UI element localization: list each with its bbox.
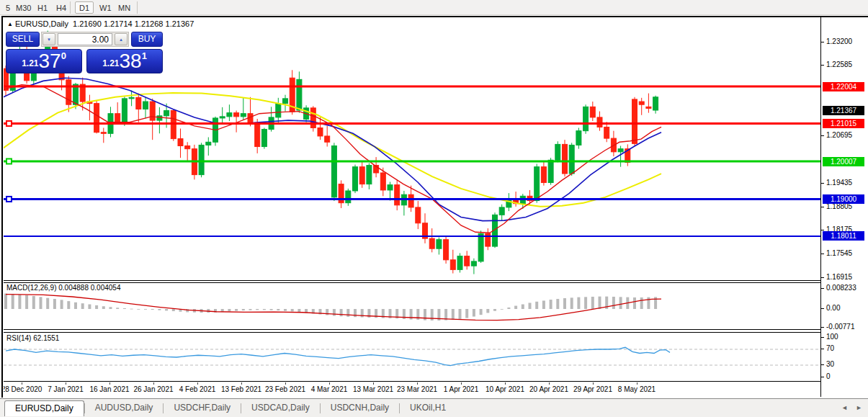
date-tick <box>549 382 550 385</box>
rsi-scale-label: 70 <box>826 344 834 352</box>
rsi-scale-label: 100 <box>826 333 838 341</box>
price-badge: 1.20007 <box>823 157 864 166</box>
axis-tick <box>821 377 824 377</box>
volume-input[interactable] <box>58 33 112 45</box>
rsi-label: RSI(14) 62.1551 <box>6 334 59 342</box>
date-tick <box>373 382 374 385</box>
rsi-scale-label: 30 <box>826 360 834 368</box>
price-tick-label: 1.23200 <box>826 37 852 45</box>
collapse-triangle-icon[interactable]: ▲ <box>7 21 13 27</box>
chart-title: ▲ EURUSD,Daily 1.21690 1.21714 1.21268 1… <box>7 19 194 30</box>
sell-price-sup: 0 <box>61 50 66 61</box>
price-badge: 1.21015 <box>823 119 864 128</box>
sell-price-display[interactable]: 1.21370 <box>6 49 82 73</box>
date-label: 10 Apr 2021 <box>486 385 524 393</box>
price-tick-label: 1.16915 <box>826 273 852 281</box>
mt4-window: 5M30H1H4D1W1MN ▲ EURUSD,Daily 1.21690 1.… <box>0 0 868 417</box>
macd-label: MACD(12,26,9) 0.004888 0.004054 <box>6 284 120 292</box>
date-tick <box>197 382 198 385</box>
date-tick <box>285 382 286 385</box>
date-tick <box>241 382 242 385</box>
one-click-trade-panel: SELL ▼ ▲ BUY 1.21370 1.21381 <box>6 32 163 73</box>
tab-usdcnh[interactable]: USDCNH,Daily <box>321 400 399 416</box>
sell-price-prefix: 1.21 <box>22 58 38 68</box>
date-label: 13 Mar 2021 <box>353 385 393 393</box>
date-label: 16 Jan 2021 <box>89 385 129 393</box>
buy-price-sup: 1 <box>142 50 147 61</box>
price-badge: 1.21367 <box>823 106 864 115</box>
axis-tick <box>821 364 824 365</box>
axis-tick <box>821 288 824 289</box>
axis-tick <box>821 337 824 338</box>
axis-tick <box>821 183 824 184</box>
date-label: 13 Feb 2021 <box>221 385 261 393</box>
buy-button[interactable]: BUY <box>131 32 163 47</box>
axis-tick <box>821 349 824 349</box>
timeframe-button-h1[interactable]: H1 <box>33 1 52 14</box>
tab-audusd[interactable]: AUDUSD,Daily <box>85 400 164 416</box>
tab-scroll-left-icon[interactable]: ◄ <box>841 404 848 411</box>
date-tick <box>329 382 330 385</box>
price-tick-label: 1.17545 <box>826 249 852 257</box>
date-tick <box>22 382 22 385</box>
chart-ohlc-values: 1.21690 1.21714 1.21268 1.21367 <box>73 19 194 28</box>
tab-usdchf[interactable]: USDCHF,Daily <box>164 400 241 416</box>
date-label: 23 Feb 2021 <box>265 385 305 393</box>
timeframe-button-mn[interactable]: MN <box>114 1 135 14</box>
toolbar-separator <box>70 1 71 14</box>
timeframe-button-w1[interactable]: W1 <box>95 1 116 14</box>
price-tick-label: 1.22585 <box>826 60 852 68</box>
date-label: 1 Apr 2021 <box>444 385 478 393</box>
rsi-indicator-pane[interactable] <box>4 332 820 382</box>
axis-tick <box>821 327 824 328</box>
volume-decrease-button[interactable]: ▼ <box>42 33 55 45</box>
chart-symbol-label: EURUSD,Daily <box>15 19 68 28</box>
axis-tick <box>821 254 824 254</box>
date-label: 4 Mar 2021 <box>311 385 348 393</box>
price-tick-label: 1.19435 <box>826 179 852 187</box>
timeframe-button-d1[interactable]: D1 <box>75 1 94 14</box>
chart-tab-bar: EURUSD,DailyAUDUSD,DailyUSDCHF,DailyUSDC… <box>0 398 868 417</box>
date-tick <box>417 382 418 385</box>
volume-spinner: ▼ ▲ <box>41 32 129 47</box>
buy-price-prefix: 1.21 <box>102 58 119 68</box>
timeframe-button-m30[interactable]: M30 <box>12 1 35 14</box>
timeframe-button-h4[interactable]: H4 <box>52 1 71 14</box>
tab-eurusd[interactable]: EURUSD,Daily <box>4 400 84 416</box>
date-tick <box>153 382 154 385</box>
buy-price-display[interactable]: 1.21381 <box>86 49 163 73</box>
axis-tick <box>821 277 824 278</box>
date-tick <box>505 382 506 385</box>
sell-button[interactable]: SELL <box>6 32 40 47</box>
volume-increase-button[interactable]: ▲ <box>115 33 127 45</box>
date-tick <box>637 382 637 385</box>
date-tick <box>461 382 462 385</box>
timeframe-toolbar: 5M30H1H4D1W1MN <box>0 0 868 15</box>
macd-scale-label: -0.00771 <box>826 323 854 331</box>
macd-scale-label: 0.00 <box>826 304 840 312</box>
axis-tick <box>821 308 824 309</box>
date-tick <box>593 382 594 385</box>
toolbar-separator <box>137 1 138 14</box>
tab-ukoil[interactable]: UKOil,H1 <box>400 400 456 416</box>
price-badge: 1.22004 <box>823 82 864 91</box>
date-label: 28 Dec 2020 <box>4 385 42 393</box>
date-label: 7 Jan 2021 <box>48 385 84 393</box>
price-badge: 1.19000 <box>823 194 864 204</box>
axis-tick <box>821 207 824 207</box>
date-label: 23 Mar 2021 <box>397 385 437 393</box>
sell-price-big: 37 <box>38 50 61 72</box>
axis-tick <box>821 230 824 230</box>
buy-price-big: 38 <box>119 50 141 72</box>
price-badge: 1.18011 <box>823 231 864 241</box>
tab-usdcad[interactable]: USDCAD,Daily <box>241 400 320 416</box>
macd-indicator-pane[interactable] <box>4 282 820 330</box>
date-label: 20 Apr 2021 <box>529 385 568 393</box>
rsi-scale-label: 0 <box>826 372 831 380</box>
axis-tick <box>821 65 824 66</box>
price-axis: 1.232001.225851.206951.194351.188051.181… <box>820 17 868 397</box>
tab-scroll-right-icon[interactable]: ► <box>856 404 862 411</box>
date-label: 29 Apr 2021 <box>573 385 612 393</box>
rsi-line <box>6 347 670 365</box>
date-label: 4 Feb 2021 <box>179 385 216 393</box>
